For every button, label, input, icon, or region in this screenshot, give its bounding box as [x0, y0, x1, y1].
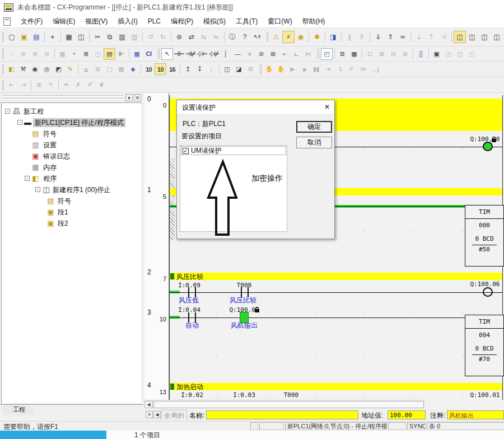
find-window-2-button[interactable]: ◎: [41, 63, 53, 75]
menu-view[interactable]: 视图(V): [80, 15, 113, 28]
tree-item-symbols[interactable]: ▤符号: [2, 128, 142, 139]
rung-shrink-button[interactable]: ▤: [104, 48, 115, 60]
online-edit-button[interactable]: ≉: [437, 31, 450, 43]
panel-grab-handle[interactable]: [2, 98, 123, 100]
indent-right-button[interactable]: ⇥: [17, 79, 29, 91]
window-view-4-button[interactable]: ◫: [466, 48, 478, 60]
timer-block-tim004[interactable]: TIM 004 0 BCD #70: [465, 315, 504, 376]
expander-icon[interactable]: -: [17, 120, 22, 125]
copy-button[interactable]: ⧉: [104, 31, 116, 43]
paste-special-button[interactable]: ▥: [128, 31, 141, 43]
panel-grab-handle[interactable]: [2, 95, 123, 97]
toolbar-grip[interactable]: [2, 80, 3, 90]
new-coil-button[interactable]: ○: [244, 48, 255, 60]
address-reference-button[interactable]: ▦: [115, 63, 127, 75]
menu-simulation[interactable]: 模拟(S): [198, 15, 231, 28]
build-tool-button[interactable]: ⚒: [17, 63, 29, 75]
find-window-button[interactable]: ◉: [29, 63, 41, 75]
properties-button[interactable]: ✎: [64, 63, 76, 75]
zoom-reset-button[interactable]: ⊘: [17, 48, 29, 60]
output-coil-on[interactable]: [483, 142, 493, 151]
display-signed-decimal-button[interactable]: 10: [155, 63, 166, 75]
toolbar-grip[interactable]: [267, 32, 267, 42]
new-or-contact-button[interactable]: ⊹⊢: [197, 48, 208, 60]
sim-pause-button[interactable]: ▮▮: [310, 63, 322, 75]
retrace-button[interactable]: ⇋: [210, 31, 222, 43]
io-comment-button[interactable]: ⣿: [415, 48, 427, 60]
work-online-button[interactable]: ⚠: [270, 31, 282, 43]
name-input[interactable]: [206, 410, 358, 419]
find-next-button[interactable]: ⇆: [198, 31, 210, 43]
address-input[interactable]: 100.00: [388, 410, 426, 419]
go-to-rung-button[interactable]: ↰: [45, 79, 57, 91]
symbol-bar-close-icon[interactable]: ✕: [146, 411, 153, 418]
simulator-online-2-button[interactable]: ✋: [275, 63, 287, 75]
new-contact-button[interactable]: ⊣⊢: [173, 48, 185, 60]
mnemonic-view-button[interactable]: ▦: [131, 48, 143, 60]
monitor-button[interactable]: ◉: [295, 31, 307, 43]
display-hex-button[interactable]: 16: [166, 63, 178, 75]
tab-project[interactable]: 工程: [3, 405, 35, 415]
rung2-comment-bar[interactable]: [170, 273, 502, 280]
delete-row-button[interactable]: ✗: [72, 79, 84, 91]
tab-global[interactable]: 全局的: [161, 410, 187, 421]
toolbar-grip[interactable]: [158, 49, 158, 59]
new-instruction-button[interactable]: ⊞: [267, 48, 279, 60]
sim-step-out-button[interactable]: ↱: [346, 63, 357, 75]
open-project-button[interactable]: ▣: [18, 31, 30, 43]
insert-column-button[interactable]: ✐: [84, 79, 96, 91]
new-closed-coil-button[interactable]: ⊘: [255, 48, 267, 60]
delete-column-button[interactable]: ✘: [96, 79, 108, 91]
rung4-comment-bar[interactable]: [170, 383, 502, 390]
split-window-button[interactable]: ◫: [92, 48, 104, 60]
sim-continuous-run-button[interactable]: ≫: [357, 63, 369, 75]
monitor-view-2-button[interactable]: ◫: [466, 31, 478, 43]
dialog-title-bar[interactable]: 设置读保护 ✕: [177, 100, 334, 114]
menu-program[interactable]: 编程(P): [166, 15, 198, 28]
tree-item-program1[interactable]: -◫新建程序1 (00)停止: [2, 184, 142, 195]
print-preview-button[interactable]: ◫: [75, 31, 87, 43]
window-view-button[interactable]: ▣: [431, 48, 442, 60]
save-project-button[interactable]: ▤: [30, 31, 43, 43]
tree-item-plc[interactable]: -▬新PLC1[CP1E] 停止/程序模式: [2, 117, 142, 128]
monitor-view-button[interactable]: ◫: [454, 31, 466, 43]
monitor-view-3-button[interactable]: ◫: [478, 31, 491, 43]
panel-dropdown-icon[interactable]: ▾: [125, 94, 133, 101]
new-file-button[interactable]: ▢: [6, 31, 18, 43]
horizontal-line-button[interactable]: —: [232, 48, 244, 60]
tree-item-project[interactable]: -品新工程: [2, 106, 142, 117]
cross-reference-button[interactable]: ▢: [104, 63, 115, 75]
edit-left-button[interactable]: ⊟: [388, 48, 399, 60]
timer-block-tim000[interactable]: TIM 000 0 BCD #50: [465, 205, 504, 267]
toolbar-grip[interactable]: [2, 32, 3, 42]
force-on-button[interactable]: ↥: [182, 63, 194, 75]
rung-comment-list-button[interactable]: ≣: [33, 79, 45, 91]
rung-manager-button[interactable]: ⧉: [337, 48, 348, 60]
watch-window-button[interactable]: ⊞: [92, 63, 104, 75]
simulator-online-button[interactable]: ✋: [263, 63, 275, 75]
tree-item-memory[interactable]: ▦内存: [2, 162, 142, 173]
zoom-select-button[interactable]: ◌: [6, 48, 17, 60]
toolbar-grip[interactable]: [318, 49, 318, 59]
menu-plc[interactable]: PLC: [143, 16, 166, 27]
tree-item-section1[interactable]: ▣段1: [2, 207, 142, 218]
transfer-to-plc-button[interactable]: ⇓: [372, 31, 384, 43]
menu-window[interactable]: 窗口(W): [263, 15, 297, 28]
help-topics-button[interactable]: ?: [239, 31, 251, 43]
value-display-button[interactable]: ◈: [127, 63, 139, 75]
output-coil[interactable]: [483, 287, 493, 297]
address-reference-list-button[interactable]: ≣: [80, 48, 92, 60]
symbol-bar-prev-icon[interactable]: ◀: [153, 411, 161, 418]
zoom-in-button[interactable]: ⊕: [29, 48, 41, 60]
expander-icon[interactable]: -: [35, 187, 40, 192]
scroll-left-icon[interactable]: ◀: [144, 401, 153, 408]
compare-with-plc-button[interactable]: ≍: [396, 31, 409, 43]
time-chart-window-button[interactable]: ◪: [233, 63, 245, 75]
menu-help[interactable]: 帮助(H): [297, 15, 330, 28]
pause-monitoring-button[interactable]: ∥: [343, 31, 356, 43]
work-online-simulator-button[interactable]: ⚡: [282, 31, 295, 43]
about-button[interactable]: ⓘ: [226, 31, 239, 43]
tree-item-section2[interactable]: ▣段2: [2, 218, 142, 229]
list-item[interactable]: ✓ UM读保护: [181, 146, 286, 155]
profile-window-button[interactable]: ⊞: [245, 63, 256, 75]
